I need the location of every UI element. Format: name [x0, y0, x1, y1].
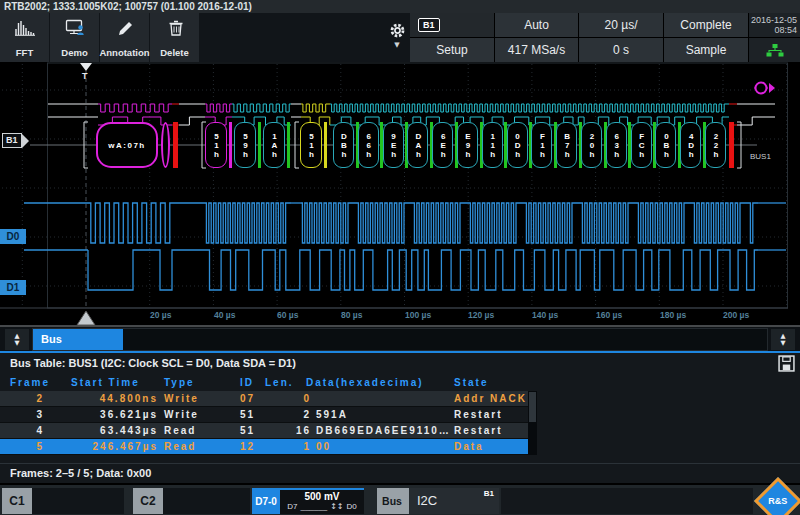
- c2-settings-panel[interactable]: [163, 488, 250, 514]
- status-grid: B1 Auto 20 µs/ Complete 2016-12-05 08:54…: [410, 13, 800, 62]
- fft-button[interactable]: FFT: [0, 13, 49, 62]
- sample-rate-cell[interactable]: 417 MSa/s: [495, 38, 578, 62]
- horizontal-position-cell[interactable]: 0 s: [579, 38, 663, 62]
- bus-table-row[interactable]: 5246.467µsRead12100Data: [0, 439, 528, 455]
- sample-rate-value: 417 MSa/s: [508, 43, 565, 57]
- time-axis-label: 80 µs: [341, 310, 362, 320]
- tab-track: Bus: [32, 328, 768, 351]
- cell-data: 00: [316, 439, 331, 455]
- pencil-icon: [116, 19, 134, 36]
- bus-table-rows: 244.800nsWrite070Addr NACK336.621µsWrite…: [0, 391, 528, 455]
- tab-c1[interactable]: C1: [2, 488, 32, 514]
- decode-byte-bubble: 51h: [205, 122, 227, 168]
- byte-value-label: FCh: [637, 132, 645, 159]
- annotation-button[interactable]: Annotation: [100, 13, 149, 62]
- table-scrollbar[interactable]: [528, 391, 537, 455]
- setup-label: Setup: [436, 43, 467, 57]
- bus1-trace-label: BUS1: [750, 152, 771, 161]
- decode-byte-bubble: E9h: [457, 122, 478, 168]
- marker-arrow-icon: [22, 134, 29, 148]
- cell-frame: 3: [0, 407, 44, 423]
- byte-value-label: F1h: [538, 132, 546, 159]
- result-tab-bar: ▲▼ Bus ▲▼: [0, 327, 800, 353]
- c1-settings-panel[interactable]: [32, 488, 124, 514]
- delete-button[interactable]: Delete: [150, 13, 199, 62]
- device-id-text: RTB2002; 1333.1005K02; 100757 (01.100 20…: [4, 1, 252, 12]
- scrollbar-thumb[interactable]: [529, 392, 536, 422]
- decode-byte-bubble: 0Bh: [655, 122, 676, 168]
- settings-gear-button[interactable]: ▼: [384, 22, 410, 64]
- acquisition-mode-cell[interactable]: Sample: [664, 38, 748, 62]
- decode-byte-bubble: FCh: [631, 122, 652, 168]
- cell-len: 16: [265, 423, 311, 439]
- oscilloscope-screen: RTB2002; 1333.1005K02; 100757 (01.100 20…: [0, 0, 800, 515]
- cell-state: Restart: [454, 407, 502, 423]
- waveform-plot: [0, 62, 800, 327]
- byte-value-label: 59h: [241, 132, 249, 159]
- cell-data: 591A: [316, 407, 348, 423]
- bus-table-row[interactable]: 244.800nsWrite070Addr NACK: [0, 391, 528, 407]
- acquisition-status-value: Complete: [680, 18, 731, 32]
- save-table-button[interactable]: [778, 355, 796, 373]
- cell-frame: 4: [0, 423, 44, 439]
- d0-channel-badge[interactable]: D0: [0, 229, 26, 244]
- timebase-cell[interactable]: 20 µs/: [579, 13, 663, 37]
- bus-table-header: Frame Start Time Type ID Len. Data(hexad…: [0, 375, 800, 391]
- cell-type: Read: [164, 439, 196, 455]
- frames-summary: Frames: 2–5 / 5; Data: 0x00: [10, 467, 151, 479]
- bus-table-row[interactable]: 463.443µsRead5116DB669EDA6EE9110…Restart: [0, 423, 528, 439]
- chevron-down-icon: ▼: [394, 42, 399, 49]
- byte-value-label: DAh: [414, 132, 422, 159]
- cell-len: 0: [265, 391, 311, 407]
- decode-gap-bubble: [161, 122, 170, 168]
- decode-byte-bubble: 6Eh: [432, 122, 453, 168]
- time-axis-label: 100 µs: [405, 310, 431, 320]
- demo-button[interactable]: Demo: [50, 13, 99, 62]
- nack-bar: [173, 122, 178, 168]
- tab-scroll-left[interactable]: ▲▼: [5, 329, 29, 350]
- d7-0-settings-panel[interactable]: 500 mV D7 ______ ↕↕ D0: [280, 488, 364, 514]
- trash-icon: [166, 19, 184, 36]
- decode-byte-bubble: 59h: [234, 122, 256, 168]
- time-axis-label: 140 µs: [532, 310, 558, 320]
- trigger-label: T: [82, 71, 88, 81]
- tab-scroll-right[interactable]: ▲▼: [771, 329, 795, 350]
- byte-value-label: 0Bh: [662, 132, 670, 159]
- datetime-cell: 2016-12-05 08:54: [749, 13, 800, 37]
- fft-icon: [14, 19, 36, 36]
- trigger-mode-cell[interactable]: Auto: [495, 13, 578, 37]
- demo-icon: [65, 19, 85, 36]
- bus1-status-cell[interactable]: B1: [410, 13, 494, 37]
- d1-channel-badge[interactable]: D1: [0, 280, 26, 295]
- cell-id: 51: [240, 407, 255, 423]
- tab-bus-channel[interactable]: Bus: [377, 488, 407, 514]
- date-value: 2016-12-05: [751, 15, 797, 25]
- bus1-waveform-marker[interactable]: B1: [2, 133, 29, 148]
- decode-byte-bubble: 1Ah: [263, 122, 285, 168]
- tab-c2[interactable]: C2: [133, 488, 163, 514]
- b1-badge: B1: [418, 18, 440, 32]
- logo-diamond: R&S: [754, 477, 800, 515]
- cell-id: 12: [240, 439, 255, 455]
- waveform-display[interactable]: T B1 wA:07h 51h59h1Ah51hDBh66h9EhDAh6EhE…: [0, 62, 800, 327]
- bus-table-section: Bus Table: BUS1 (I2C: Clock SCL = D0, Da…: [0, 353, 800, 483]
- byte-value-label: 22h: [712, 132, 720, 159]
- save-icon: [778, 355, 795, 372]
- byte-value-label: 11h: [488, 132, 496, 159]
- byte-value-label: E9h: [464, 132, 472, 159]
- channel-bar: C1 C2 D7-0 500 mV D7 ______ ↕↕ D0 Bus I2…: [0, 483, 800, 515]
- network-icon: [766, 44, 784, 57]
- range-dashes: ______: [300, 502, 327, 512]
- decode-byte-bubble: 51h: [300, 122, 322, 168]
- frame-separator-bar: [229, 122, 232, 168]
- cell-state: Data: [454, 439, 484, 455]
- setup-cell[interactable]: Setup: [410, 38, 494, 62]
- bus-protocol-panel[interactable]: I2C B1: [407, 488, 499, 514]
- byte-value-label: 66h: [364, 132, 372, 159]
- tab-d7-0[interactable]: D7-0: [252, 488, 280, 514]
- delete-button-label: Delete: [160, 47, 189, 58]
- acquisition-status-cell[interactable]: Complete: [664, 13, 748, 37]
- bus-table-row[interactable]: 336.621µsWrite512591ARestart: [0, 407, 528, 423]
- tab-bus[interactable]: Bus: [33, 329, 123, 350]
- ack-bar: [287, 122, 290, 168]
